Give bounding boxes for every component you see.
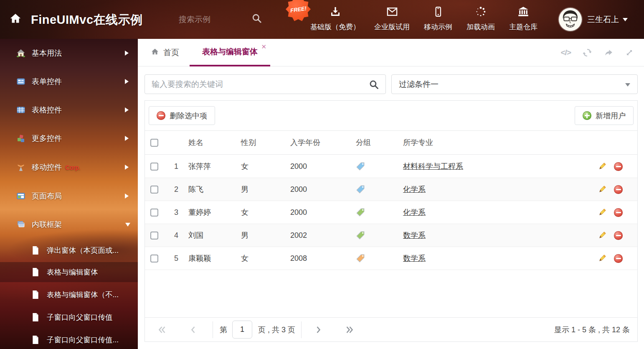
cell-name: 陈飞 [188, 178, 241, 201]
sidebar-subitem-child-to-parent-2[interactable]: 子窗口向父窗口传值... [0, 330, 138, 349]
sidebar-subitem-label: 弹出窗体（本页面或... [47, 245, 119, 255]
source-code-icon[interactable]: </> [561, 48, 571, 59]
header-search-input[interactable] [179, 13, 243, 27]
edit-row-icon[interactable] [598, 254, 606, 263]
tab-grid-edit-window[interactable]: 表格与编辑窗体 ✕ [190, 39, 270, 66]
download-icon [330, 6, 341, 19]
cell-name: 康颖颖 [188, 247, 241, 270]
house-icon [17, 49, 25, 57]
cell-year: 2000 [290, 155, 354, 178]
cell-year: 2000 [290, 178, 354, 201]
avatar[interactable] [559, 8, 582, 31]
next-page-button[interactable] [316, 326, 322, 334]
cell-name: 刘国 [188, 224, 241, 247]
table-row: 5 康颖颖 女 2008 数学系 [145, 247, 637, 270]
sidebar-item-page-layout[interactable]: 页面布局 [0, 187, 138, 205]
search-icon[interactable] [369, 79, 379, 92]
add-user-button[interactable]: 新增用户 [575, 106, 634, 125]
sidebar-item-form-controls[interactable]: 表单控件 [0, 72, 138, 91]
row-checkbox[interactable] [150, 232, 158, 239]
nav-item-loading-animation[interactable]: 加载动画 [459, 6, 502, 32]
delete-selected-button[interactable]: 删除选中项 [149, 106, 215, 125]
cubes-icon [17, 134, 25, 143]
chevron-right-icon [125, 194, 129, 199]
edit-row-icon[interactable] [598, 185, 606, 194]
column-header-name[interactable]: 姓名 [188, 131, 241, 154]
delete-row-icon[interactable] [614, 185, 623, 194]
chevron-down-icon [125, 223, 130, 227]
header-search-icon[interactable] [251, 13, 262, 25]
column-header-year[interactable]: 入学年份 [290, 131, 354, 154]
sidebar-item-more-controls[interactable]: 更多控件 [0, 129, 138, 148]
first-page-button[interactable] [157, 326, 167, 334]
row-checkbox[interactable] [150, 186, 158, 194]
table-row: 2 陈飞 男 2000 化学系 [145, 178, 637, 201]
cell-gender: 女 [241, 155, 290, 178]
chevron-right-icon [125, 79, 129, 84]
row-number: 4 [164, 224, 188, 247]
refresh-icon[interactable] [582, 48, 592, 59]
sidebar-subitem-grid-edit-window-2[interactable]: 表格与编辑窗体（不... [0, 285, 138, 305]
delete-row-icon[interactable] [614, 208, 623, 217]
filter-dropdown[interactable]: 过滤条件一 [391, 74, 638, 94]
tab-home[interactable]: 首页 [150, 39, 179, 66]
sidebar-item-iframe[interactable]: 内联框架 [0, 215, 138, 234]
keyword-search-input[interactable] [152, 75, 365, 94]
sidebar-item-grid-controls[interactable]: 表格控件 [0, 101, 138, 119]
last-page-button[interactable] [345, 326, 354, 334]
file-icon [32, 268, 39, 276]
row-checkbox[interactable] [150, 255, 158, 262]
page-prefix: 第 [220, 325, 227, 335]
major-link[interactable]: 数学系 [403, 230, 426, 240]
sidebar-item-basic-usage[interactable]: 基本用法 [0, 44, 138, 62]
chevron-right-icon [125, 107, 129, 112]
expand-icon[interactable] [625, 48, 634, 59]
user-name: 三生石上 [587, 14, 619, 25]
sidebar-item-label: 表单控件 [32, 76, 62, 87]
page-number-input[interactable] [232, 321, 252, 339]
delete-row-icon[interactable] [614, 162, 623, 171]
corp-badge: Corp. [65, 164, 81, 171]
major-link[interactable]: 化学系 [403, 207, 426, 217]
edit-row-icon[interactable] [598, 162, 606, 171]
delete-row-icon[interactable] [614, 231, 623, 240]
table-row: 3 董婷婷 女 2000 化学系 [145, 201, 637, 224]
cell-name: 董婷婷 [188, 201, 241, 224]
edit-row-icon[interactable] [598, 231, 606, 240]
nav-item-enterprise-trial[interactable]: 企业版试用 [367, 6, 417, 32]
sidebar-subitem-label: 表格与编辑窗体 [47, 267, 98, 277]
tab-bar: 首页 表格与编辑窗体 ✕ </> [138, 39, 644, 66]
major-link[interactable]: 数学系 [403, 253, 426, 263]
table-header: 姓名 性别 入学年份 分组 所学专业 [145, 130, 637, 155]
sidebar-subitem-grid-edit-window[interactable]: 表格与编辑窗体 [0, 262, 138, 282]
tab-close-icon[interactable]: ✕ [261, 43, 266, 50]
column-header-group[interactable]: 分组 [354, 131, 403, 154]
nav-item-theme-repo[interactable]: 主题仓库 [502, 6, 545, 32]
file-icon [32, 313, 39, 321]
edit-row-icon[interactable] [598, 208, 606, 217]
nav-item-basic-download[interactable]: 基础版（免费） [303, 6, 367, 32]
share-icon[interactable] [603, 48, 614, 59]
column-header-delete [611, 131, 637, 154]
tab-active-label: 表格与编辑窗体 [202, 46, 258, 57]
row-checkbox[interactable] [150, 163, 158, 171]
cell-gender: 女 [241, 247, 290, 270]
pagination-bar: 第 页 , 共 3 页 显示 1 - 5 条 , 共 12 条 [145, 317, 637, 341]
column-header-gender[interactable]: 性别 [241, 131, 290, 154]
row-checkbox[interactable] [150, 209, 158, 217]
sidebar-subitem-child-to-parent[interactable]: 子窗口向父窗口传值 [0, 307, 138, 327]
major-link[interactable]: 化学系 [403, 184, 426, 194]
major-link[interactable]: 材料科学与工程系 [403, 161, 463, 171]
home-icon[interactable] [9, 13, 22, 26]
delete-row-icon[interactable] [614, 254, 623, 263]
nav-item-mobile-demo[interactable]: 移动示例 [417, 6, 459, 32]
column-header-major[interactable]: 所学专业 [403, 131, 592, 154]
user-menu[interactable]: 三生石上 [587, 14, 628, 25]
row-number: 1 [164, 155, 188, 178]
prev-page-button[interactable] [190, 326, 196, 334]
chevron-down-icon [625, 83, 630, 87]
main-content: 首页 表格与编辑窗体 ✕ </> [138, 39, 644, 349]
select-all-checkbox[interactable] [150, 139, 158, 147]
sidebar-item-mobile-controls[interactable]: 移动控件Corp. [0, 158, 138, 176]
sidebar-subitem-popup-window[interactable]: 弹出窗体（本页面或... [0, 240, 138, 260]
